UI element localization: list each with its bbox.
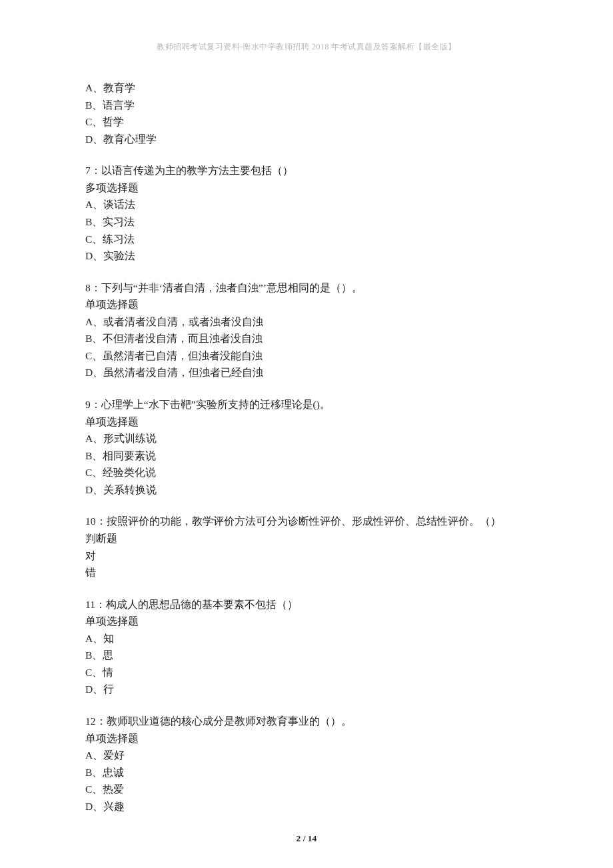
q10-type: 判断题 — [85, 530, 528, 547]
q11-option-a: A、知 — [85, 630, 528, 647]
q12-type: 单项选择题 — [85, 730, 528, 747]
document-content: A、教育学 B、语言学 C、哲学 D、教育心理学 7：以语言传递为主的教学方法主… — [85, 79, 528, 815]
q10-option-false: 错 — [85, 564, 528, 581]
q8-option-c: C、虽然清者已自清，但浊者没能自浊 — [85, 347, 528, 365]
question-11: 11：构成人的思想品德的基本要素不包括（） 单项选择题 A、知 B、思 C、情 … — [85, 596, 528, 698]
q9-option-b: B、相同要素说 — [85, 447, 528, 465]
question-9: 9：心理学上“水下击靶”实验所支持的迁移理论是()。 单项选择题 A、形式训练说… — [85, 396, 528, 498]
q6-option-d: D、教育心理学 — [85, 131, 528, 148]
q11-option-b: B、思 — [85, 647, 528, 664]
q9-stem: 9：心理学上“水下击靶”实验所支持的迁移理论是()。 — [85, 396, 528, 413]
q8-stem: 8：下列与“并非‘清者自清，浊者自浊”’意思相同的是（）。 — [85, 279, 528, 297]
question-7: 7：以语言传递为主的教学方法主要包括（） 多项选择题 A、谈话法 B、实习法 C… — [85, 162, 528, 264]
q11-option-c: C、情 — [85, 664, 528, 681]
question-6-options: A、教育学 B、语言学 C、哲学 D、教育心理学 — [85, 79, 528, 147]
q6-option-a: A、教育学 — [85, 79, 528, 97]
question-12: 12：教师职业道德的核心成分是教师对教育事业的（）。 单项选择题 A、爱好 B、… — [85, 713, 528, 815]
q7-stem: 7：以语言传递为主的教学方法主要包括（） — [85, 162, 528, 179]
q7-option-b: B、实习法 — [85, 213, 528, 231]
q8-option-a: A、或者清者没自清，或者浊者没自浊 — [85, 313, 528, 331]
q12-stem: 12：教师职业道德的核心成分是教师对教育事业的（）。 — [85, 713, 528, 730]
q9-option-a: A、形式训练说 — [85, 430, 528, 447]
q11-stem: 11：构成人的思想品德的基本要素不包括（） — [85, 596, 528, 613]
q11-option-d: D、行 — [85, 681, 528, 698]
q12-option-b: B、忠诚 — [85, 764, 528, 781]
q7-option-d: D、实验法 — [85, 247, 528, 265]
page-footer: 2 / 14 — [0, 833, 613, 844]
q8-option-b: B、不但清者没自清，而且浊者没自浊 — [85, 330, 528, 347]
q12-option-d: D、兴趣 — [85, 798, 528, 815]
q12-option-c: C、热爱 — [85, 781, 528, 798]
q12-option-a: A、爱好 — [85, 747, 528, 764]
question-8: 8：下列与“并非‘清者自清，浊者自浊”’意思相同的是（）。 单项选择题 A、或者… — [85, 279, 528, 381]
q7-type: 多项选择题 — [85, 179, 528, 197]
q7-option-a: A、谈话法 — [85, 196, 528, 213]
q9-option-d: D、关系转换说 — [85, 481, 528, 499]
question-10: 10：按照评价的功能，教学评价方法可分为诊断性评价、形成性评价、总结性评价。（）… — [85, 513, 528, 581]
page-header: 教师招聘考试复习资料-衡水中学教师招聘 2018 年考试真题及答案解析【最全版】 — [85, 41, 528, 53]
q8-option-d: D、虽然清者没自清，但浊者已经自浊 — [85, 364, 528, 381]
q8-type: 单项选择题 — [85, 296, 528, 313]
q10-option-true: 对 — [85, 547, 528, 565]
q6-option-c: C、哲学 — [85, 113, 528, 131]
q10-stem: 10：按照评价的功能，教学评价方法可分为诊断性评价、形成性评价、总结性评价。（） — [85, 513, 528, 530]
q7-option-c: C、练习法 — [85, 231, 528, 248]
q6-option-b: B、语言学 — [85, 97, 528, 114]
q9-option-c: C、经验类化说 — [85, 464, 528, 481]
q11-type: 单项选择题 — [85, 613, 528, 630]
q9-type: 单项选择题 — [85, 413, 528, 431]
